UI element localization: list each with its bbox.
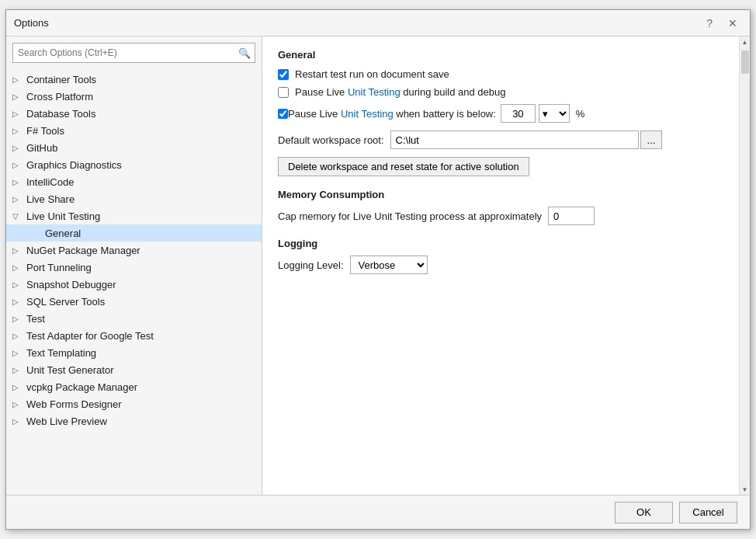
battery-dropdown[interactable]: ▾ [539,104,570,123]
workspace-field-row: Default workspace root: ... [278,130,723,149]
expand-icon: ▷ [12,366,25,374]
sidebar-item-label: Snapshot Debugger [26,279,116,290]
title-bar: Options ? ✕ [6,10,750,37]
memory-section-title: Memory Consumption [278,189,723,200]
expand-icon: ▷ [12,332,25,340]
sidebar-item-label: Cross Platform [26,91,93,103]
dialog-body: 🔍 ▷ Container Tools ▷ Cross Platform ▷ D… [6,37,750,495]
sidebar-item-label: GitHub [26,142,57,154]
sidebar-item-general[interactable]: General [6,224,262,242]
expand-icon: ▷ [12,178,25,186]
sidebar-item-web-live-preview[interactable]: ▷ Web Live Preview [6,412,262,429]
pause-build-checkbox[interactable] [278,87,289,98]
expand-icon: ▷ [12,246,25,255]
sidebar-item-snapshot-debugger[interactable]: ▷ Snapshot Debugger [6,276,262,293]
sidebar-item-label: Graphics Diagnostics [26,159,122,171]
bottom-bar: OK Cancel [6,495,750,529]
sidebar-item-graphics-diagnostics[interactable]: ▷ Graphics Diagnostics [6,156,262,173]
option-row-2: Pause Live Unit Testing during build and… [278,86,723,98]
option1-label: Restart test run on document save [295,68,449,80]
search-input[interactable] [12,43,255,63]
expand-icon: ▷ [12,195,25,203]
option2-label: Pause Live Unit Testing during build and… [295,86,506,98]
cancel-button[interactable]: Cancel [679,502,737,523]
sidebar-item-unit-test-generator[interactable]: ▷ Unit Test Generator [6,361,262,378]
sidebar-item-label: Unit Test Generator [26,364,113,376]
logging-section-title: Logging [278,238,723,249]
sidebar-item-intellicode[interactable]: ▷ IntelliCode [6,173,262,190]
sidebar-item-database-tools[interactable]: ▷ Database Tools [6,105,262,122]
scroll-up-arrow[interactable]: ▲ [740,37,751,47]
sidebar-item-web-forms-designer[interactable]: ▷ Web Forms Designer [6,395,262,412]
logging-level-select[interactable]: Verbose Info Warning Error [350,256,428,274]
close-button[interactable]: ✕ [723,16,742,30]
expand-icon: ▷ [12,263,25,272]
sidebar-item-label: Container Tools [26,74,96,85]
right-with-scroll: General Restart test run on document sav… [262,37,750,495]
pct-label: % [576,108,585,120]
sidebar-item-label: NuGet Package Manager [26,245,140,256]
sidebar-item-label: Test Adapter for Google Test [26,330,154,342]
expand-icon: ▷ [12,144,25,152]
sidebar-item-container-tools[interactable]: ▷ Container Tools [6,71,262,88]
sidebar-item-live-unit-testing[interactable]: ▽ Live Unit Testing [6,207,262,224]
search-box: 🔍 [12,43,255,63]
sidebar-item-label: Web Live Preview [26,416,107,427]
sidebar-item-cross-platform[interactable]: ▷ Cross Platform [6,88,262,105]
sidebar-item-port-tunneling[interactable]: ▷ Port Tunneling [6,259,262,276]
right-panel: General Restart test run on document sav… [262,37,739,495]
battery-value-input[interactable] [501,104,536,123]
sidebar-item-vcpkg-package-manager[interactable]: ▷ vcpkg Package Manager [6,378,262,395]
memory-label: Cap memory for Live Unit Testing process… [278,210,542,222]
sidebar-item-label: SQL Server Tools [26,296,105,308]
help-button[interactable]: ? [702,16,717,30]
sidebar-item-fsharp-tools[interactable]: ▷ F# Tools [6,122,262,139]
title-bar-buttons: ? ✕ [702,16,742,30]
sidebar-item-label: Text Templating [26,347,96,359]
expand-icon: ▷ [12,400,25,409]
right-content: General Restart test run on document sav… [262,37,739,495]
sidebar-item-test-adapter-google[interactable]: ▷ Test Adapter for Google Test [6,327,262,344]
sidebar-item-nuget-package-manager[interactable]: ▷ NuGet Package Manager [6,242,262,259]
sidebar-item-text-templating[interactable]: ▷ Text Templating [6,344,262,361]
sidebar-item-label: Database Tools [26,108,95,120]
browse-button[interactable]: ... [640,130,663,149]
restart-checkbox[interactable] [278,69,289,80]
sidebar-item-sql-server-tools[interactable]: ▷ SQL Server Tools [6,293,262,310]
option-row-1: Restart test run on document save [278,68,723,80]
sidebar-item-label: Port Tunneling [26,262,92,273]
expand-icon: ▷ [12,127,25,135]
expand-icon: ▷ [12,297,25,306]
sidebar-item-live-share[interactable]: ▷ Live Share [6,190,262,207]
right-scrollbar: ▲ ▼ [739,37,750,495]
expand-icon: ▷ [12,383,25,391]
expand-icon: ▷ [12,161,25,169]
left-panel: 🔍 ▷ Container Tools ▷ Cross Platform ▷ D… [6,37,262,495]
option3-label: Pause Live Unit Testing when battery is … [288,108,496,120]
sidebar-item-github[interactable]: ▷ GitHub [6,139,262,156]
option2-highlight: Unit Testing [348,86,401,98]
options-dialog: Options ? ✕ 🔍 ▷ Container Tools ▷ Cross … [5,9,751,530]
pause-battery-checkbox[interactable] [278,109,288,119]
scroll-down-arrow[interactable]: ▼ [740,484,751,495]
workspace-label: Default workspace root: [278,134,384,146]
dialog-title: Options [14,17,49,29]
expand-icon: ▷ [12,75,25,84]
scroll-thumb[interactable] [741,50,749,74]
memory-row: Cap memory for Live Unit Testing process… [278,207,723,225]
ok-button[interactable]: OK [615,502,673,523]
workspace-input[interactable] [390,130,639,149]
expand-icon: ▷ [12,417,25,426]
sidebar-item-label: Test [26,313,45,325]
option3-highlight: Unit Testing [341,108,394,120]
memory-input[interactable] [548,207,595,225]
sidebar-item-test[interactable]: ▷ Test [6,310,262,327]
delete-workspace-button[interactable]: Delete workspace and reset state for act… [278,157,529,176]
sidebar-item-label: vcpkg Package Manager [26,381,137,393]
sidebar-item-label: Web Forms Designer [26,398,122,410]
sidebar-item-label: General [45,228,81,239]
expand-icon: ▷ [12,349,25,357]
sidebar-item-label: Live Unit Testing [26,210,100,222]
tree: ▷ Container Tools ▷ Cross Platform ▷ Dat… [6,69,262,495]
expand-icon: ▷ [12,110,25,118]
